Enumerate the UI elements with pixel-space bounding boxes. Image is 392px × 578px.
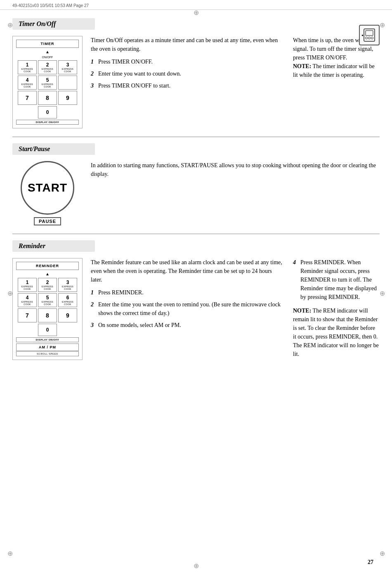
reminder-note: NOTE: The REM indicator will remain lit … [293,306,380,358]
reminder-step-2: 2 Enter the time you want the oven to re… [91,300,285,317]
svg-rect-1 [366,31,373,36]
start-pause-title: Start/Pause [12,143,95,155]
timer-note-label: NOTE: [293,63,311,69]
divider-2 [12,234,380,234]
svg-point-2 [366,37,368,39]
page-number: 27 [368,559,373,566]
timer-on-off-label: ON/OFF [16,56,79,59]
reminder-zero-row: 0 [16,324,79,336]
rem-key-7: 7 [18,308,37,322]
reg-mark-top-left: ⊕ [6,21,14,29]
rem-key-2: 2EXPRESS COOK [38,278,57,292]
reg-mark-bot-mid: ⊕ [192,561,200,570]
rem-step-num-2: 2 [91,300,96,317]
reminder-note-body: The REM indicator will remain lit to sho… [293,308,379,357]
reg-mark-mid-left: ⊕ [6,289,14,297]
rem-key-4: 4EXPRESS COOK [18,293,37,307]
step-text-2: Enter time you want to count down. [98,69,181,78]
reminder-keypad-label: REMINDER [16,262,79,270]
rem-step-text-3: On some models, select AM or PM. [98,321,181,329]
key-1: 1EXPRESS COOK [18,60,37,74]
reminder-keypad-arrow: ▲ [16,272,79,276]
top-right-icon [359,25,380,45]
step-num-2: 2 [91,69,96,78]
reminder-note-column: 4 Press REMINDER. When Reminder signal o… [293,258,380,358]
reminder-scroll-speed: SCROLL SPEED [16,351,79,356]
key-4: 4EXPRESS COOK [18,76,37,90]
step-num-1: 1 [91,57,96,66]
reg-mark-bot-right: ⊕ [378,549,386,557]
start-pause-text: In addition to starting many functions, … [91,161,380,182]
key-3: 3EXPRESS COOK [58,60,77,74]
rem-step-text-4: Press REMINDER. When Reminder signal occ… [300,258,380,301]
divider-1 [12,137,380,137]
reminder-keypad: REMINDER ▲ 1EXPRESS COOK 2EXPRESS COOK 3… [12,258,83,360]
rem-key-5: 5EXPRESS COOK [38,293,57,307]
start-diagram: START PAUSE [12,161,83,225]
key-zero: 0 [38,106,57,118]
timer-section-body: TIMER ▲ ON/OFF 1EXPRESS COOK 2EXPRESS CO… [12,36,380,128]
key-7: 7 [18,91,37,105]
timer-text-column: Timer On/Off operates as a minute timer … [91,36,285,93]
timer-keypad-arrow: ▲ [16,50,79,54]
reminder-step-3: 3 On some models, select AM or PM. [91,321,285,329]
reminder-intro: The Reminder feature can be used like an… [91,258,285,284]
rem-key-3: 3EXPRESS COOK [58,278,77,292]
svg-point-4 [371,37,373,39]
timer-keypad-row-1: 1EXPRESS COOK 2EXPRESS COOK 3EXPRESS COO… [16,60,79,74]
reg-mark-mid-right: ⊕ [378,289,386,297]
timer-display-on-off: DISPLAY ON/OFF [16,120,79,125]
timer-keypad-row-3: 7 8 9 [16,91,79,105]
timer-step-2: 2 Enter time you want to count down. [91,69,285,78]
step-text-1: Press TIMER ON/OFF. [98,57,153,66]
reminder-section-body: REMINDER ▲ 1EXPRESS COOK 2EXPRESS COOK 3… [12,258,380,360]
start-pause-body: START PAUSE In addition to starting many… [12,161,380,225]
step-text-3: Press TIMER ON/OFF to start. [98,81,170,90]
reminder-keypad-row-1: 1EXPRESS COOK 2EXPRESS COOK 3EXPRESS COO… [16,278,79,292]
key-6-empty [58,76,77,90]
key-8: 8 [38,91,57,105]
rem-step-num-3: 3 [91,321,96,329]
step-num-3: 3 [91,81,96,90]
key-5: 5EXPRESS COOK [38,76,57,90]
reg-mark-top-mid: ⊕ [192,8,200,17]
timer-keypad-label: TIMER [16,40,79,48]
oven-icon [363,28,375,43]
reminder-am-pm: AM / PM [16,343,79,351]
reminder-keypad-row-3: 7 8 9 [16,308,79,322]
reminder-keypad-row-2: 4EXPRESS COOK 5EXPRESS COOK 6EXPRESS COO… [16,293,79,307]
reg-mark-bot-left: ⊕ [6,549,14,557]
start-button: START [21,161,74,215]
reminder-step-1: 1 Press REMINDER. [91,288,285,297]
rem-step-text-2: Enter the time you want the oven to remi… [98,300,285,317]
timer-note-secondary: NOTE: The timer indicator will be lit wh… [293,62,380,79]
timer-section-title: Timer On/Off [12,18,95,30]
rem-key-6: 6EXPRESS COOK [58,293,77,307]
timer-step-3: 3 Press TIMER ON/OFF to start. [91,81,285,90]
svg-point-3 [368,37,371,39]
rem-key-1: 1EXPRESS COOK [18,278,37,292]
timer-intro: Timer On/Off operates as a minute timer … [91,36,285,53]
header-file-info: 49-402151v03 10/5/01 10:53 AM Page 27 [12,3,89,8]
timer-section: Timer On/Off TIMER ▲ ON/OFF 1EXPRESS COO… [12,18,380,128]
start-button-container: START PAUSE [21,161,74,225]
timer-keypad-row-2: 4EXPRESS COOK 5EXPRESS COOK [16,76,79,90]
reminder-step-4: 4 Press REMINDER. When Reminder signal o… [293,258,380,301]
rem-key-zero: 0 [38,324,57,336]
reminder-section-title: Reminder [12,240,95,252]
start-pause-description: In addition to starting many functions, … [91,161,380,178]
reminder-note-label: NOTE: [293,308,311,314]
rem-step-num-1: 1 [91,288,96,297]
timer-keypad: TIMER ▲ ON/OFF 1EXPRESS COOK 2EXPRESS CO… [12,36,83,128]
rem-key-9: 9 [58,308,77,322]
reminder-text-column: The Reminder feature can be used like an… [91,258,285,333]
start-label: START [28,181,67,194]
rem-step-num-4: 4 [293,258,298,301]
reminder-section: Reminder REMINDER ▲ 1EXPRESS COOK 2EXPRE… [12,240,380,360]
rem-step-text-1: Press REMINDER. [98,288,144,297]
key-2: 2EXPRESS COOK [38,60,57,74]
timer-zero-row: 0 [16,106,79,118]
main-content: Timer On/Off TIMER ▲ ON/OFF 1EXPRESS COO… [0,10,392,381]
start-pause-section: Start/Pause START PAUSE In addition to s… [12,143,380,225]
reminder-display-on-off: DISPLAY ON/OFF [16,337,79,342]
